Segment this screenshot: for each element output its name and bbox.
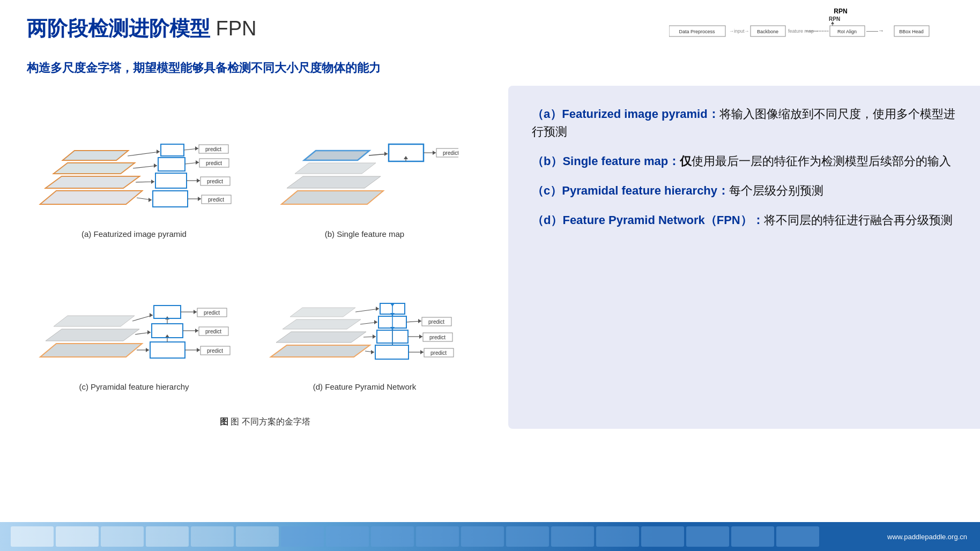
- svg-rect-67: [150, 342, 185, 358]
- info-title-d: （d）Feature Pyramid Network（FPN）：将不同层的特征进…: [532, 211, 956, 229]
- tile-18: [776, 526, 819, 547]
- tile-1: [11, 526, 54, 547]
- tile-3: [101, 526, 144, 547]
- subtitle: 构造多尺度金字塔，期望模型能够具备检测不同大小尺度物体的能力: [27, 60, 381, 76]
- svg-marker-105: [390, 303, 395, 307]
- info-title-a: （a）Featurized image pyramid：将输入图像缩放到不同尺度…: [532, 105, 956, 140]
- caption-c: (c) Pyramidal feature hierarchy: [79, 382, 189, 391]
- caption-d: (d) Feature Pyramid Network: [313, 382, 417, 391]
- tile-9: [371, 526, 414, 547]
- svg-marker-93: [276, 332, 366, 342]
- tile-4: [146, 526, 189, 547]
- svg-marker-48: [195, 146, 198, 151]
- svg-text:predict: predict: [204, 310, 220, 316]
- diagram-c: predict predict predict (c) Pyramidal fe…: [21, 244, 247, 391]
- main-title: 两阶段检测进阶模型 FPN: [27, 15, 257, 42]
- info-item-d: （d）Feature Pyramid Network（FPN）：将不同层的特征进…: [532, 211, 956, 229]
- svg-rect-96: [375, 345, 409, 359]
- svg-marker-64: [40, 344, 142, 357]
- svg-marker-94: [283, 319, 361, 329]
- caption-a: (a) Featurized image pyramid: [81, 229, 187, 239]
- tile-5: [191, 526, 234, 547]
- svg-marker-57: [384, 152, 388, 156]
- tile-15: [641, 526, 684, 547]
- rpn-label: RPN: [834, 8, 847, 15]
- svg-marker-77: [147, 330, 151, 334]
- svg-marker-54: [304, 151, 369, 160]
- info-title-c: （c）Pyramidal feature hierarchy：每个层级分别预测: [532, 182, 956, 199]
- diagram-c-svg: predict predict predict: [29, 250, 239, 373]
- title-chinese: 两阶段检测进阶模型: [27, 17, 210, 40]
- info-title-b: （b）Single feature map：仅使用最后一层的特征作为检测模型后续…: [532, 152, 956, 170]
- tile-12: [506, 526, 549, 547]
- svg-text:Data Preprocess: Data Preprocess: [679, 29, 715, 34]
- svg-text:——→: ——→: [866, 27, 884, 34]
- diagram-grid: predict predict predict predict (a) Feat…: [21, 91, 477, 391]
- svg-rect-25: [158, 158, 185, 171]
- svg-rect-23: [153, 191, 188, 207]
- svg-line-112: [355, 309, 379, 312]
- svg-marker-115: [420, 350, 424, 354]
- svg-text:BBox Head: BBox Head: [899, 29, 924, 34]
- svg-marker-53: [295, 163, 376, 174]
- svg-text:predict: predict: [428, 319, 444, 325]
- tile-7: [281, 526, 324, 547]
- svg-text:RoI Align: RoI Align: [837, 29, 857, 34]
- svg-rect-24: [155, 173, 187, 188]
- diagram-b: predict (b) Single feature map: [252, 91, 477, 239]
- tile-17: [731, 526, 774, 547]
- svg-marker-79: [150, 313, 153, 317]
- svg-marker-65: [46, 329, 139, 341]
- svg-marker-85: [195, 329, 198, 333]
- svg-marker-111: [374, 320, 377, 324]
- svg-marker-28: [149, 198, 152, 202]
- svg-marker-61: [433, 151, 436, 155]
- svg-line-31: [133, 166, 157, 168]
- svg-marker-44: [196, 160, 199, 165]
- info-item-b: （b）Single feature map：仅使用最后一层的特征作为检测模型后续…: [532, 152, 956, 170]
- tile-8: [326, 526, 369, 547]
- figure-caption: 图 图 不同方案的金字塔: [220, 416, 310, 428]
- pipeline-diagram: RPN Data Preprocess →input→ Backbone fea…: [669, 8, 969, 46]
- svg-marker-119: [419, 334, 422, 339]
- pipeline-svg: Data Preprocess →input→ Backbone feature…: [669, 16, 969, 46]
- svg-text:predict: predict: [207, 348, 223, 354]
- svg-marker-36: [198, 197, 201, 201]
- svg-marker-59: [404, 156, 408, 159]
- svg-text:→input→: →input→: [729, 28, 749, 34]
- tile-13: [551, 526, 594, 547]
- tile-6: [236, 526, 279, 547]
- svg-text:predict: predict: [430, 350, 447, 356]
- svg-text:predict: predict: [208, 197, 224, 203]
- svg-text:RPN: RPN: [829, 16, 840, 22]
- info-panel: （a）Featurized image pyramid：将输入图像缩放到不同尺度…: [508, 86, 980, 429]
- tile-11: [461, 526, 504, 547]
- svg-marker-30: [151, 180, 154, 184]
- svg-marker-113: [376, 307, 379, 311]
- svg-marker-107: [371, 350, 374, 354]
- svg-marker-34: [157, 150, 160, 154]
- title-english: FPN: [216, 17, 257, 40]
- diagram-a-svg: predict predict predict predict: [29, 97, 239, 220]
- svg-text:predict: predict: [205, 329, 221, 334]
- diagram-d: predict predict predict (d) Feature Pyra…: [252, 244, 477, 391]
- svg-marker-16: [40, 191, 142, 204]
- diagram-d-svg: predict predict predict: [260, 250, 469, 373]
- diagram-a: predict predict predict predict (a) Feat…: [21, 91, 247, 239]
- svg-text:predict: predict: [206, 160, 222, 166]
- tile-16: [686, 526, 729, 547]
- svg-text:predict: predict: [443, 150, 458, 156]
- svg-line-33: [128, 152, 160, 156]
- svg-marker-18: [46, 176, 139, 188]
- figure-text: 图 不同方案的金字塔: [231, 417, 310, 426]
- svg-marker-81: [197, 348, 200, 352]
- caption-b: (b) Single feature map: [325, 229, 404, 239]
- svg-marker-123: [418, 319, 421, 323]
- info-item-c: （c）Pyramidal feature hierarchy：每个层级分别预测: [532, 182, 956, 199]
- tile-2: [56, 526, 99, 547]
- svg-text:predict: predict: [205, 146, 221, 152]
- svg-marker-66: [54, 316, 135, 326]
- diagram-area: predict predict predict predict (a) Feat…: [16, 86, 477, 429]
- svg-text:predict: predict: [429, 334, 446, 340]
- bottom-website: www.paddlepaddle.org.cn: [887, 533, 980, 541]
